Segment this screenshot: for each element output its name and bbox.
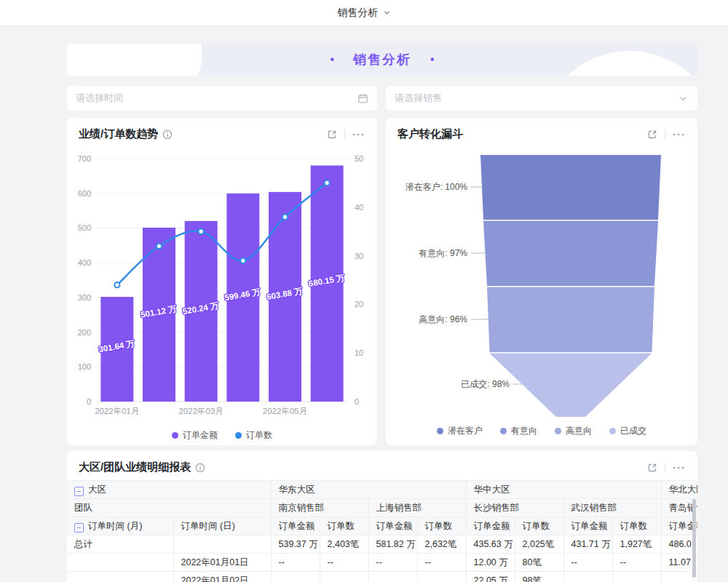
legend-item[interactable]: 已成交: [609, 425, 646, 437]
banner-decoration-right: [539, 51, 697, 76]
table-cell: 2022年01月02日: [173, 572, 271, 582]
legend-item[interactable]: 订单数: [235, 429, 272, 442]
svg-text:30: 30: [355, 252, 363, 260]
expand-icon[interactable]: [647, 463, 657, 473]
table-cell: 581.82 万: [368, 535, 417, 554]
table-header-cell: 订单数: [417, 517, 466, 535]
funnel-card-title: 客户转化漏斗: [397, 127, 463, 141]
info-icon[interactable]: [195, 463, 205, 473]
table-cell: --: [612, 554, 661, 572]
funnel-stage-已成交: [490, 354, 652, 418]
legend-dot: [555, 428, 561, 434]
funnel-stage-label: 已成交: 98%: [461, 379, 510, 389]
trend-chart-card: 业绩/订单数趋势 ··· 01002003004005006: [67, 118, 377, 445]
banner-dot-left: •: [330, 53, 334, 66]
trend-card-title: 业绩/订单数趋势: [79, 127, 158, 141]
table-card-title: 大区/团队业绩明细报表: [79, 461, 191, 474]
page-title: 销售分析: [353, 51, 411, 68]
svg-text:100: 100: [78, 362, 91, 371]
svg-text:400: 400: [78, 258, 91, 267]
table-cell: [563, 572, 612, 582]
svg-text:10: 10: [355, 348, 363, 357]
more-icon[interactable]: ···: [352, 131, 365, 138]
funnel-stage-潜在客户: [480, 155, 661, 220]
collapse-icon[interactable]: −: [74, 487, 84, 496]
charts-row: 业绩/订单数趋势 ··· 01002003004005006: [67, 118, 697, 445]
table-cell: 98笔: [515, 572, 563, 582]
page-body: • 销售分析 • 请选择时间 请选择销售 业绩/订单数趋势: [0, 44, 697, 582]
table-header-cell: 订单金额: [466, 517, 515, 535]
trend-chart-canvas[interactable]: 010020030040050060070001020304050301.64 …: [67, 146, 377, 428]
time-picker-placeholder: 请选择时间: [76, 92, 123, 105]
app-title[interactable]: 销售分析: [338, 7, 379, 20]
funnel-stage-label: 有意向: 97%: [418, 248, 467, 258]
table-cell: --: [368, 554, 417, 572]
sales-select[interactable]: 请选择销售: [386, 86, 697, 111]
funnel-stage-高意向: [487, 287, 654, 353]
table-header-row: −大区华东大区华中大区华北大区: [67, 481, 697, 499]
funnel-card-header: 客户转化漏斗 ···: [386, 118, 697, 146]
legend-item[interactable]: 有意向: [500, 425, 537, 437]
info-icon[interactable]: [162, 129, 173, 140]
table-header-row: −订单时间 (月)订单时间 (日)订单金额订单数订单金额订单数订单金额订单数订单…: [67, 517, 697, 535]
table-cell: --: [271, 554, 320, 572]
table-cell: 80笔: [515, 554, 563, 572]
legend-item[interactable]: 订单金额: [172, 429, 218, 442]
table-header-cell: 上海销售部: [368, 499, 466, 517]
table-cell: --: [417, 554, 466, 572]
svg-text:50: 50: [355, 154, 363, 163]
table-header-cell: −订单时间 (月): [67, 517, 173, 535]
table-row: 总计539.37 万2,403笔581.82 万2,632笔435.63 万2,…: [67, 535, 697, 554]
funnel-chart-canvas[interactable]: 潜在客户: 100%有意向: 97%高意向: 96%已成交: 98%: [386, 146, 697, 423]
top-app-bar: 销售分析: [0, 0, 728, 26]
table-cell: [67, 572, 173, 582]
more-icon[interactable]: ···: [673, 464, 686, 471]
sales-select-placeholder: 请选择销售: [395, 92, 442, 105]
svg-text:2022年01月: 2022年01月: [95, 407, 139, 415]
banner-decoration-left: [67, 44, 227, 76]
legend-dot: [437, 428, 443, 434]
table-cell: [368, 572, 417, 582]
banner-dot-right: •: [430, 53, 435, 66]
svg-text:2022年03月: 2022年03月: [178, 407, 223, 415]
page-banner: • 销售分析 •: [67, 44, 697, 76]
table-cell: [173, 535, 271, 554]
svg-text:0: 0: [87, 397, 91, 406]
funnel-stage-label: 高意向: 96%: [419, 314, 467, 324]
table-header-cell: 订单数: [320, 517, 368, 535]
table-cell: 2,632笔: [417, 535, 466, 554]
table-cell: [417, 572, 466, 582]
table-header-cell: 武汉销售部: [563, 499, 661, 517]
trend-card-header: 业绩/订单数趋势 ···: [67, 118, 377, 146]
table-header-cell: 南京销售部: [271, 499, 368, 517]
time-range-picker[interactable]: 请选择时间: [67, 86, 377, 111]
table-cell: [612, 572, 661, 582]
svg-text:600: 600: [78, 189, 91, 198]
table-header-cell: 订单时间 (日): [173, 517, 271, 535]
report-table-card: 大区/团队业绩明细报表 ··· −大区华东大区华中大区华北大区团队南京销售部上海…: [67, 451, 697, 582]
trend-chart-legend[interactable]: 订单金额订单数: [67, 429, 377, 442]
report-data-table: −大区华东大区华中大区华北大区团队南京销售部上海销售部长沙销售部武汉销售部青岛销…: [67, 480, 697, 582]
expand-icon[interactable]: [647, 129, 657, 140]
table-cell: 2,025笔: [515, 535, 563, 554]
legend-item[interactable]: 潜在客户: [437, 425, 483, 437]
svg-text:700: 700: [78, 154, 91, 163]
table-cell: --: [320, 554, 368, 572]
table-header-cell: 订单数: [612, 517, 661, 535]
header-divider: [344, 129, 345, 139]
funnel-chart-card: 客户转化漏斗 ··· 潜在客户: 100%有意向: 97%高意向: 96%已成交…: [386, 118, 697, 445]
more-icon[interactable]: ···: [673, 131, 686, 138]
table-cell: 431.71 万: [563, 535, 612, 554]
svg-text:200: 200: [78, 328, 91, 337]
legend-item[interactable]: 高意向: [555, 425, 592, 437]
table-vertical-scrollbar[interactable]: [692, 499, 696, 578]
table-header-cell: 华东大区: [271, 481, 466, 499]
chevron-down-icon[interactable]: [383, 9, 391, 17]
expand-icon[interactable]: [327, 129, 337, 140]
legend-dot: [609, 428, 616, 434]
funnel-chart-legend[interactable]: 潜在客户有意向高意向已成交: [386, 425, 697, 437]
funnel-chart-svg: 潜在客户: 100%有意向: 97%高意向: 96%已成交: 98%: [386, 146, 697, 420]
table-header-cell: 订单金额: [563, 517, 612, 535]
collapse-icon[interactable]: −: [74, 523, 84, 533]
table-cell: 总计: [67, 535, 173, 554]
